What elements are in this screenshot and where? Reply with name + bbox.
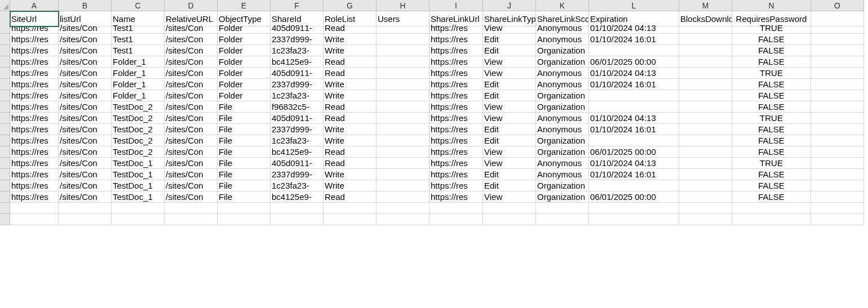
cell-I10[interactable]: https://res — [429, 113, 483, 124]
col-header-I[interactable]: I — [429, 0, 483, 11]
cell-I9[interactable]: https://res — [429, 101, 483, 113]
cell-K11[interactable]: Anonymous — [536, 124, 589, 135]
cell-N19[interactable] — [732, 214, 811, 225]
cell-I8[interactable]: https://res — [429, 90, 483, 101]
col-header-F[interactable]: F — [271, 0, 324, 11]
cell-O16[interactable] — [811, 180, 864, 191]
cell-D2[interactable]: /sites/Con — [165, 23, 218, 34]
cell-D10[interactable]: /sites/Con — [165, 113, 218, 124]
cell-O13[interactable] — [811, 146, 864, 158]
cell-O2[interactable] — [811, 23, 864, 34]
cell-K14[interactable]: Anonymous — [536, 158, 589, 169]
cell-L11[interactable]: 01/10/2024 16:01 — [589, 124, 679, 135]
cell-D16[interactable]: /sites/Con — [165, 180, 218, 191]
cell-G10[interactable]: Read — [324, 113, 377, 124]
cell-L9[interactable] — [589, 101, 679, 113]
cell-F16[interactable]: 1c23fa23- — [271, 180, 324, 191]
cell-B6[interactable]: /sites/Con — [59, 68, 112, 79]
cell-K2[interactable]: Anonymous — [536, 23, 589, 34]
col-header-G[interactable]: G — [324, 0, 377, 11]
col-header-E[interactable]: E — [218, 0, 271, 11]
cell-J7[interactable]: Edit — [483, 79, 536, 90]
cell-F19[interactable] — [271, 214, 324, 225]
cell-F14[interactable]: 405d0911- — [271, 158, 324, 169]
cell-A11[interactable]: https://res — [10, 124, 59, 135]
cell-H11[interactable] — [377, 124, 429, 135]
cell-A5[interactable]: https://res — [10, 56, 59, 68]
cell-O5[interactable] — [811, 56, 864, 68]
cell-O14[interactable] — [811, 158, 864, 169]
cell-E11[interactable]: File — [218, 124, 271, 135]
cell-G4[interactable]: Write — [324, 45, 377, 56]
cell-H13[interactable] — [377, 146, 429, 158]
cell-A8[interactable]: https://res — [10, 90, 59, 101]
cell-C18[interactable] — [112, 203, 165, 214]
cell-M9[interactable] — [679, 101, 732, 113]
cell-B3[interactable]: /sites/Con — [59, 34, 112, 45]
cell-H15[interactable] — [377, 169, 429, 180]
cell-I3[interactable]: https://res — [429, 34, 483, 45]
cell-A17[interactable]: https://res — [10, 191, 59, 203]
cell-F11[interactable]: 2337d999- — [271, 124, 324, 135]
col-header-O[interactable]: O — [811, 0, 864, 11]
cell-J16[interactable]: Edit — [483, 180, 536, 191]
cell-M19[interactable] — [679, 214, 732, 225]
cell-B11[interactable]: /sites/Con — [59, 124, 112, 135]
cell-O12[interactable] — [811, 135, 864, 146]
col-header-J[interactable]: J — [483, 0, 536, 11]
cell-O18[interactable] — [811, 203, 864, 214]
cell-H18[interactable] — [377, 203, 429, 214]
cell-H17[interactable] — [377, 191, 429, 203]
cell-I11[interactable]: https://res — [429, 124, 483, 135]
cell-E16[interactable]: File — [218, 180, 271, 191]
cell-I12[interactable]: https://res — [429, 135, 483, 146]
col-header-N[interactable]: N — [732, 0, 811, 11]
cell-B16[interactable]: /sites/Con — [59, 180, 112, 191]
cell-O11[interactable] — [811, 124, 864, 135]
cell-H19[interactable] — [377, 214, 429, 225]
cell-J15[interactable]: Edit — [483, 169, 536, 180]
cell-K10[interactable]: Anonymous — [536, 113, 589, 124]
cell-F5[interactable]: bc4125e9- — [271, 56, 324, 68]
cell-G14[interactable]: Read — [324, 158, 377, 169]
cell-G16[interactable]: Write — [324, 180, 377, 191]
spreadsheet-grid[interactable]: ABCDEFGHIJKLMNOSiteUrllistUrlNameRelativ… — [0, 0, 868, 225]
cell-L17[interactable]: 06/01/2025 00:00 — [589, 191, 679, 203]
cell-N6[interactable]: TRUE — [732, 68, 811, 79]
cell-K18[interactable] — [536, 203, 589, 214]
cell-G9[interactable]: Read — [324, 101, 377, 113]
cell-H4[interactable] — [377, 45, 429, 56]
cell-N11[interactable]: FALSE — [732, 124, 811, 135]
cell-I6[interactable]: https://res — [429, 68, 483, 79]
cell-L2[interactable]: 01/10/2024 04:13 — [589, 23, 679, 34]
cell-A18[interactable] — [10, 203, 59, 214]
cell-C9[interactable]: TestDoc_2 — [112, 101, 165, 113]
cell-D12[interactable]: /sites/Con — [165, 135, 218, 146]
cell-J5[interactable]: View — [483, 56, 536, 68]
cell-G5[interactable]: Read — [324, 56, 377, 68]
cell-N13[interactable]: FALSE — [732, 146, 811, 158]
cell-N2[interactable]: TRUE — [732, 23, 811, 34]
cell-J9[interactable]: View — [483, 101, 536, 113]
row-header[interactable] — [0, 146, 10, 158]
cell-E4[interactable]: Folder — [218, 45, 271, 56]
cell-N3[interactable]: FALSE — [732, 34, 811, 45]
col-header-L[interactable]: L — [589, 0, 679, 11]
cell-I18[interactable] — [429, 203, 483, 214]
cell-E9[interactable]: File — [218, 101, 271, 113]
col-header-B[interactable]: B — [59, 0, 112, 11]
cell-N18[interactable] — [732, 203, 811, 214]
cell-C6[interactable]: Folder_1 — [112, 68, 165, 79]
row-header[interactable] — [0, 169, 10, 180]
cell-D8[interactable]: /sites/Con — [165, 90, 218, 101]
cell-F8[interactable]: 1c23fa23- — [271, 90, 324, 101]
cell-M4[interactable] — [679, 45, 732, 56]
cell-G18[interactable] — [324, 203, 377, 214]
cell-H10[interactable] — [377, 113, 429, 124]
cell-B13[interactable]: /sites/Con — [59, 146, 112, 158]
cell-M7[interactable] — [679, 79, 732, 90]
cell-M17[interactable] — [679, 191, 732, 203]
cell-B15[interactable]: /sites/Con — [59, 169, 112, 180]
cell-H6[interactable] — [377, 68, 429, 79]
cell-E17[interactable]: File — [218, 191, 271, 203]
